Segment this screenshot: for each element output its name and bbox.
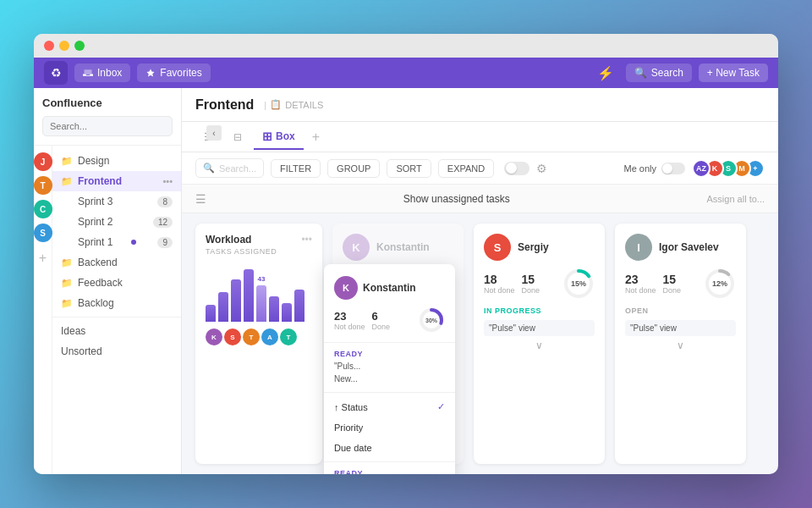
toggle-switch[interactable] [504,162,529,175]
done-label: Done [522,286,540,295]
check-icon: ✓ [437,401,445,412]
close-dot[interactable] [44,41,54,51]
dropdown-task-item[interactable]: New... [334,373,445,385]
workload-avatar[interactable]: K [206,329,222,345]
person-card-igor: I Igor Savelev 23 Not done 15 Done [615,224,746,464]
content-tabs: ☰ ⊟ ⊞ Box + [182,122,778,152]
assign-all-button[interactable]: Assign all to... [707,194,765,204]
expand-button[interactable]: EXPAND [438,159,494,178]
sidebar-item-unsorted[interactable]: Unsorted [52,341,181,362]
done-num-igor: 15 [663,273,682,286]
main-window: ♻ Inbox Favorites ⚡ 🔍 Search + New Task … [34,34,778,474]
lightning-icon[interactable]: ⚡ [597,65,614,81]
not-done-label-igor: Not done [625,286,656,295]
person-stats-sergiy: 18 Not done 15 Done 15% [484,268,595,300]
workload-more[interactable]: ••• [301,234,312,246]
sort-button[interactable]: SORT [387,159,431,178]
avatar-t[interactable]: T [34,176,52,195]
details-link[interactable]: | 📋 DETAILS [264,99,323,110]
sidebar-item-backlog[interactable]: 📁 Backlog [52,293,181,313]
board: Workload ••• TASKS ASSIGNED 43 [182,213,778,474]
expand-button-igor[interactable]: ∨ [625,340,736,351]
sidebar-item-sprint1[interactable]: Sprint 1 9 [69,232,181,252]
toolbar-search[interactable]: 🔍 Search... [195,158,264,178]
dropdown-done: 6 Done [372,310,391,331]
avatar-az[interactable]: AZ [692,159,710,178]
igor-avatar: I [625,234,652,261]
expand-button-sergiy[interactable]: ∨ [484,340,595,351]
dropdown-task-item[interactable]: "Puls... [334,360,445,373]
dropdown-stats: 23 Not done 6 Done [324,306,455,339]
sidebar-item-sprint2[interactable]: Sprint 2 12 [69,212,181,232]
folder-icon-active: 📁 [61,176,73,187]
bar-item [218,292,228,322]
sidebar-item-ideas[interactable]: Ideas [52,321,181,341]
add-avatar-button[interactable]: + [39,251,47,266]
more-options-icon[interactable]: ••• [162,176,173,186]
sidebar-item-sprint3[interactable]: Sprint 3 8 [69,191,181,212]
dropdown-notdone: 23 Not done [334,310,365,331]
settings-icon[interactable]: ⚙ [536,162,547,175]
not-done-stat-igor: 23 Not done [625,273,656,295]
tab-box[interactable]: ⊞ Box [254,124,304,150]
me-only-toggle[interactable] [661,163,685,174]
not-done-label: Not done [484,286,515,295]
list-toggle[interactable] [504,162,529,175]
workload-avatar[interactable]: T [243,329,260,345]
sort-status-item[interactable]: ↑ Status ✓ [324,396,455,417]
workload-card: Workload ••• TASKS ASSIGNED 43 [195,224,322,464]
sprint2-count: 12 [153,217,173,228]
inbox-button[interactable]: Inbox [74,64,130,82]
bar-item [244,269,254,322]
bar [294,290,304,322]
search-button[interactable]: 🔍 Search [626,64,692,82]
bar-highlight [256,285,266,322]
person-task[interactable]: "Pulse" view [484,320,595,336]
sidebar-item-design[interactable]: 📁 Design [52,151,181,171]
sort-priority-item[interactable]: Priority [324,417,455,438]
new-task-button[interactable]: + New Task [699,64,768,82]
done-label-igor: Done [663,286,682,295]
sidebar-item-backend[interactable]: 📁 Backend [52,252,181,273]
done-num: 15 [522,273,540,286]
folder-icon: 📁 [61,156,73,167]
maximize-dot[interactable] [74,41,85,51]
workload-avatar[interactable]: T [280,329,297,345]
tab-grid[interactable]: ⊟ [225,126,250,148]
group-button[interactable]: GROUP [327,159,380,178]
favorites-button[interactable]: Favorites [137,64,210,82]
sergiy-name: Sergiy [518,241,549,253]
sprint1-count: 9 [157,237,173,248]
bar [218,292,228,322]
workload-avatar[interactable]: S [224,329,241,345]
avatar-s[interactable]: S [34,224,52,242]
avatar-c[interactable]: C [34,200,52,218]
dropdown-tasks-ready1: "Puls... New... [324,360,455,389]
sort-duedate-item[interactable]: Due date [324,438,455,458]
dropdown-person-name: Konstantin [363,282,416,294]
person-task-igor[interactable]: "Pulse" view [625,320,736,336]
donut-pct-igor: 12% [712,279,727,288]
toggle-knob-inner [662,163,672,174]
folder-icon-backend: 📁 [61,257,73,268]
workload-avatar[interactable]: A [261,329,278,345]
bar-item-highlight: 43 [256,285,266,322]
sidebar-item-feedback[interactable]: 📁 Feedback [52,273,181,293]
hamburger-icon[interactable]: ☰ [195,192,206,206]
search-icon: 🔍 [203,163,215,174]
filter-button[interactable]: FILTER [271,159,321,178]
add-tab-button[interactable]: + [307,130,325,145]
sidebar-nav: 📁 Design 📁 Frontend ••• Sprint 3 8 [52,146,181,474]
sidebar-item-frontend[interactable]: 📁 Frontend ••• [52,171,181,191]
sidebar-collapse-button[interactable]: ‹ [206,125,222,141]
person-status-igor: OPEN [625,306,736,315]
sidebar-search[interactable] [42,116,173,136]
toolbar: 🔍 Search... FILTER GROUP SORT EXPAND ⚙ M… [182,152,778,185]
bar-item [206,305,216,322]
sort-duedate-label: Due date [334,443,372,453]
minimize-dot[interactable] [59,41,69,51]
unassigned-label: Show unassigned tasks [215,193,699,205]
person-header-sergiy: S Sergiy [484,234,595,261]
avatar-j[interactable]: J [34,152,52,171]
content: Frontend | 📋 DETAILS ☰ ⊟ ⊞ Box [182,88,778,474]
